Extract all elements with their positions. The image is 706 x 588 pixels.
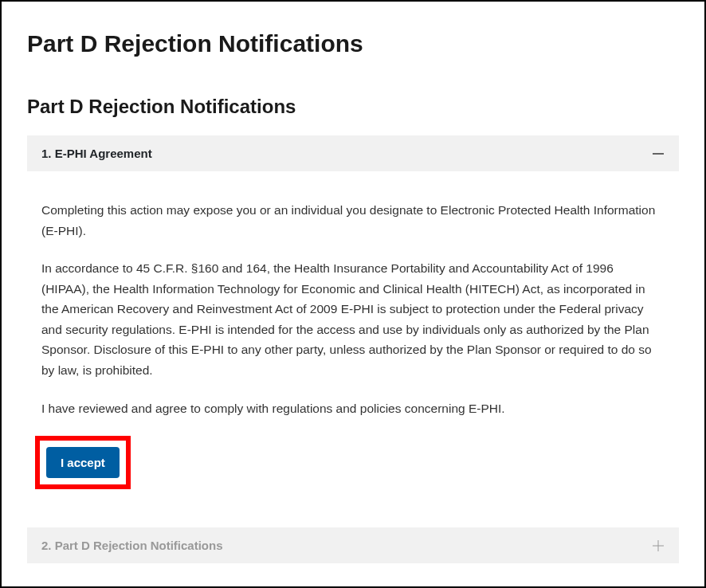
page-title: Part D Rejection Notifications xyxy=(27,30,679,57)
accordion-title-2: 2. Part D Rejection Notifications xyxy=(41,539,223,552)
highlight-box: I accept xyxy=(35,436,131,489)
accordion-title-1: 1. E-PHI Agreement xyxy=(41,147,152,160)
ephi-paragraph-1: Completing this action may expose you or… xyxy=(41,200,665,241)
accordion-header-ephi-agreement[interactable]: 1. E-PHI Agreement xyxy=(27,135,679,171)
accordion-body-ephi-agreement: Completing this action may expose you or… xyxy=(27,171,679,505)
accordion-header-part-d-rejection[interactable]: 2. Part D Rejection Notifications xyxy=(27,527,679,563)
section-title: Part D Rejection Notifications xyxy=(27,96,679,118)
minus-icon xyxy=(652,147,665,160)
plus-icon xyxy=(652,539,665,552)
accordion: 1. E-PHI Agreement Completing this actio… xyxy=(27,135,679,563)
accept-button[interactable]: I accept xyxy=(46,447,120,478)
ephi-paragraph-2: In accordance to 45 C.F.R. §160 and 164,… xyxy=(41,258,665,380)
ephi-paragraph-3: I have reviewed and agree to comply with… xyxy=(41,398,665,419)
